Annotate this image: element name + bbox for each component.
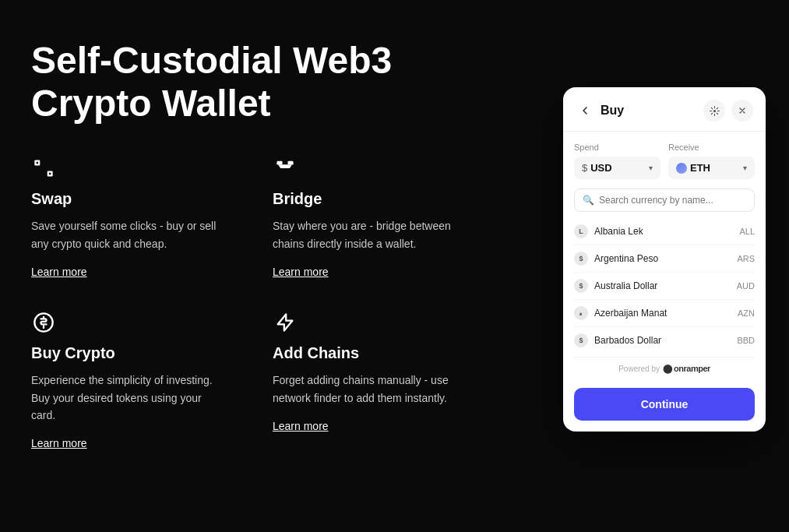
widget-close-button[interactable]: [731, 100, 753, 122]
spend-currency-selector[interactable]: $ USD ▾: [574, 157, 660, 179]
swap-icon: [31, 156, 56, 181]
feature-add-chains: Add Chains Forget adding chains manually…: [273, 310, 467, 450]
argentina-peso-icon: $: [574, 252, 588, 266]
barbados-dollar-name: Barbados Dollar: [594, 335, 731, 346]
buy-widget: Buy Spend $ USD ▾: [563, 87, 766, 432]
svg-rect-0: [277, 161, 283, 165]
buy-crypto-learn-more[interactable]: Learn more: [31, 437, 87, 449]
spend-chevron-icon: ▾: [649, 164, 653, 172]
swap-description: Save yourself some clicks - buy or sell …: [31, 217, 226, 252]
continue-button[interactable]: Continue: [574, 388, 755, 421]
argentina-peso-name: Argentina Peso: [594, 253, 731, 264]
albania-lek-icon: L: [574, 224, 588, 238]
feature-bridge: Bridge Stay where you are - bridge betwe…: [273, 156, 467, 279]
receive-chevron-icon: ▾: [743, 164, 747, 172]
spend-currency-name: USD: [590, 162, 646, 174]
azerbaijan-manat-icon: ₼: [574, 306, 588, 320]
add-chains-icon: [273, 310, 298, 335]
spend-receive-row: Spend $ USD ▾ Receive ETH ▾: [574, 143, 755, 179]
receive-currency-selector[interactable]: ETH ▾: [668, 157, 755, 179]
buy-crypto-title: Buy Crypto: [31, 344, 226, 362]
eth-dot-icon: [676, 163, 687, 174]
currency-search-input[interactable]: [599, 195, 746, 206]
australia-dollar-icon: $: [574, 279, 588, 293]
azerbaijan-manat-name: Azerbaijan Manat: [594, 308, 731, 319]
currency-list: L Albania Lek ALL $ Argentina Peso ARS $…: [574, 218, 755, 354]
bridge-title: Bridge: [273, 190, 467, 208]
list-item[interactable]: $ Barbados Dollar BBD: [574, 327, 755, 354]
usd-dollar-icon: $: [582, 162, 587, 174]
swap-learn-more[interactable]: Learn more: [31, 266, 87, 278]
receive-column: Receive ETH ▾: [668, 143, 755, 179]
bridge-description: Stay where you are - bridge between chai…: [273, 217, 467, 252]
albania-lek-name: Albania Lek: [594, 226, 733, 237]
buy-crypto-description: Experience the simplicity of investing. …: [31, 372, 226, 424]
currency-search-box: 🔍: [574, 188, 755, 212]
svg-point-3: [713, 109, 715, 111]
widget-actions: [703, 100, 753, 122]
widget-body: Spend $ USD ▾ Receive ETH ▾ 🔍: [563, 132, 766, 380]
add-chains-title: Add Chains: [273, 344, 467, 362]
feature-buy-crypto: Buy Crypto Experience the simplicity of …: [31, 310, 226, 450]
svg-rect-1: [288, 161, 294, 165]
bridge-learn-more[interactable]: Learn more: [273, 266, 329, 278]
australia-dollar-name: Australia Dollar: [594, 280, 731, 291]
albania-lek-code: ALL: [739, 227, 755, 236]
list-item[interactable]: L Albania Lek ALL: [574, 218, 755, 245]
buy-crypto-icon: [31, 310, 56, 335]
list-item[interactable]: $ Australia Dollar AUD: [574, 273, 755, 300]
spend-label: Spend: [574, 143, 660, 152]
barbados-dollar-code: BBD: [737, 336, 755, 345]
widget-back-button[interactable]: [576, 101, 594, 120]
powered-by-row: Powered by ⬤ onramper: [574, 357, 755, 380]
list-item[interactable]: $ Argentina Peso ARS: [574, 245, 755, 273]
argentina-peso-code: ARS: [737, 254, 755, 263]
receive-currency-name: ETH: [690, 162, 740, 174]
receive-label: Receive: [668, 143, 755, 152]
search-icon: 🔍: [583, 195, 594, 206]
page-title: Self-Custodial Web3 Crypto Wallet: [31, 39, 467, 125]
widget-title: Buy: [601, 104, 703, 118]
azerbaijan-manat-code: AZN: [738, 308, 755, 318]
widget-header: Buy: [563, 87, 766, 132]
barbados-dollar-icon: $: [574, 333, 588, 347]
powered-by-label: Powered by: [618, 365, 660, 373]
widget-settings-button[interactable]: [703, 100, 725, 122]
list-item[interactable]: ₼ Azerbaijan Manat AZN: [574, 300, 755, 327]
swap-title: Swap: [31, 190, 226, 208]
add-chains-description: Forget adding chains manually - use netw…: [273, 372, 467, 407]
main-content: Self-Custodial Web3 Crypto Wallet Swap S…: [0, 0, 498, 481]
add-chains-learn-more[interactable]: Learn more: [273, 420, 329, 432]
australia-dollar-code: AUD: [737, 281, 755, 291]
features-grid: Swap Save yourself some clicks - buy or …: [31, 156, 467, 450]
feature-swap: Swap Save yourself some clicks - buy or …: [31, 156, 226, 279]
bridge-icon: [273, 156, 298, 181]
spend-column: Spend $ USD ▾: [574, 143, 660, 179]
onramper-logo: ⬤ onramper: [663, 364, 710, 374]
